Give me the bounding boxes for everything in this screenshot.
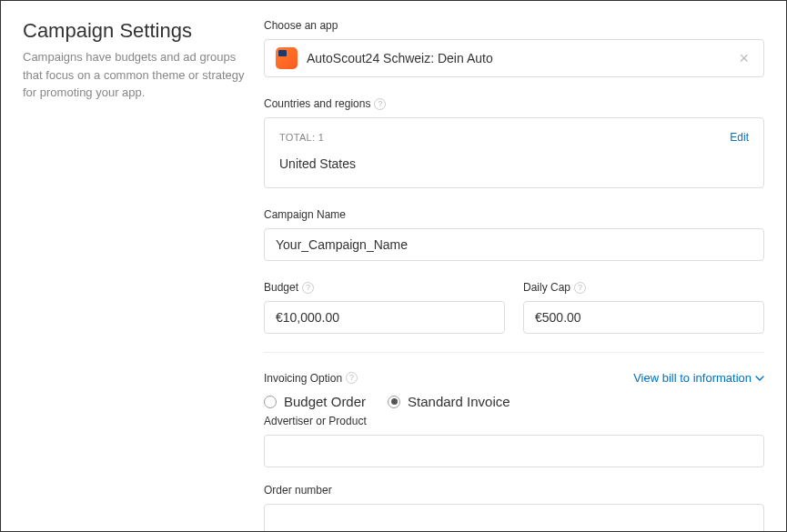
help-icon[interactable]: ? (346, 372, 358, 384)
daily-cap-col: Daily Cap ? (523, 281, 764, 334)
help-icon[interactable]: ? (374, 98, 386, 110)
order-number-label: Order number (264, 484, 764, 497)
country-value: United States (279, 156, 749, 171)
chevron-down-icon (755, 376, 764, 381)
app-name: AutoScout24 Schweiz: Dein Auto (307, 51, 726, 65)
invoicing-label-text: Invoicing Option (264, 372, 342, 385)
radio-icon (388, 396, 400, 408)
daily-cap-label-text: Daily Cap (523, 281, 570, 294)
budget-label: Budget ? (264, 281, 505, 294)
order-number-input[interactable] (264, 504, 764, 532)
left-column: Campaign Settings Campaigns have budgets… (23, 19, 264, 513)
radio-icon (264, 396, 277, 408)
standard-invoice-label: Standard Invoice (408, 394, 510, 409)
daily-cap-input[interactable] (523, 301, 764, 334)
invoicing-header: Invoicing Option ? View bill to informat… (264, 371, 764, 385)
advertiser-block: Advertiser or Product (264, 415, 764, 467)
clear-app-icon[interactable]: × (735, 50, 752, 66)
standard-invoice-radio[interactable]: Standard Invoice (388, 394, 510, 409)
app-icon (276, 47, 298, 69)
budget-label-text: Budget (264, 281, 298, 294)
view-bill-text: View bill to information (633, 371, 752, 385)
right-column: Choose an app AutoScout24 Schweiz: Dein … (264, 19, 764, 513)
invoicing-radio-row: Budget Order Standard Invoice (264, 394, 764, 409)
countries-label-text: Countries and regions (264, 97, 370, 110)
budget-row: Budget ? Daily Cap ? (264, 281, 764, 334)
advertiser-label: Advertiser or Product (264, 415, 764, 427)
campaign-settings-panel: Campaign Settings Campaigns have budgets… (0, 0, 787, 532)
countries-box: TOTAL: 1 Edit United States (264, 117, 764, 188)
campaign-name-label-text: Campaign Name (264, 208, 346, 221)
page-title: Campaign Settings (23, 19, 246, 43)
budget-input[interactable] (264, 301, 505, 334)
countries-total: TOTAL: 1 (279, 132, 324, 143)
choose-app-label-text: Choose an app (264, 19, 338, 32)
view-bill-link[interactable]: View bill to information (633, 371, 764, 385)
countries-label: Countries and regions ? (264, 97, 764, 110)
countries-header: TOTAL: 1 Edit (279, 131, 749, 144)
choose-app-label: Choose an app (264, 19, 764, 32)
order-number-block: Order number (264, 484, 764, 532)
budget-order-label: Budget Order (284, 394, 366, 409)
edit-countries-link[interactable]: Edit (730, 131, 749, 144)
daily-cap-label: Daily Cap ? (523, 281, 764, 294)
budget-col: Budget ? (264, 281, 505, 334)
page-description: Campaigns have budgets and ad groups tha… (23, 48, 246, 102)
advertiser-input[interactable] (264, 435, 764, 467)
app-selector[interactable]: AutoScout24 Schweiz: Dein Auto × (264, 39, 764, 77)
campaign-name-label: Campaign Name (264, 208, 764, 221)
invoicing-label: Invoicing Option ? (264, 372, 358, 385)
campaign-name-input[interactable] (264, 228, 764, 261)
help-icon[interactable]: ? (574, 282, 586, 294)
campaign-name-block: Campaign Name (264, 208, 764, 261)
divider (264, 352, 764, 353)
help-icon[interactable]: ? (302, 282, 314, 294)
budget-order-radio[interactable]: Budget Order (264, 394, 366, 409)
